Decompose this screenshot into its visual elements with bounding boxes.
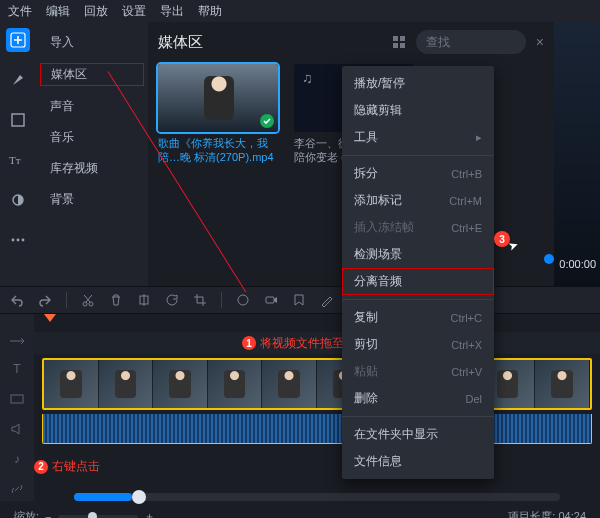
menu-file[interactable]: 文件 <box>8 3 32 20</box>
svg-rect-1 <box>12 114 24 126</box>
crop-icon[interactable] <box>193 293 207 307</box>
ctx-播放/暂停[interactable]: 播放/暂停 <box>342 70 494 97</box>
sidepanel-music[interactable]: 音乐 <box>40 127 144 148</box>
duration-value: 04:24 <box>558 510 586 518</box>
video-track-icon[interactable] <box>10 392 24 406</box>
ctx-分离音频[interactable]: 分离音频 <box>342 268 494 295</box>
menu-edit[interactable]: 编辑 <box>46 3 70 20</box>
effects-icon[interactable] <box>6 68 30 92</box>
ctx-拆分[interactable]: 拆分Ctrl+B <box>342 160 494 187</box>
ctx-插入冻结帧: 插入冻结帧Ctrl+E <box>342 214 494 241</box>
timeline-toolbar <box>0 286 600 314</box>
tool-column: Tт <box>0 22 36 286</box>
media-title: 媒体区 <box>158 33 203 52</box>
svg-point-4 <box>12 239 15 242</box>
context-menu[interactable]: 播放/暂停隐藏剪辑工具▸拆分Ctrl+B添加标记Ctrl+M插入冻结帧Ctrl+… <box>342 66 494 479</box>
sidepanel-stock[interactable]: 库存视频 <box>40 158 144 179</box>
timeline[interactable]: 1将视频文件拖至视频轨道 2右键点击 <box>34 314 600 501</box>
add-track-icon[interactable] <box>9 336 25 346</box>
svg-point-13 <box>89 302 93 306</box>
zoom-in-icon[interactable]: ＋ <box>144 509 155 518</box>
svg-rect-10 <box>400 43 405 48</box>
ctx-粘贴: 粘贴Ctrl+V <box>342 358 494 385</box>
svg-rect-8 <box>400 36 405 41</box>
audio-clip[interactable] <box>42 414 592 444</box>
sidepanel-media[interactable]: 媒体区 <box>40 63 144 86</box>
sidepanel-import[interactable]: 导入 <box>40 32 144 53</box>
footer-bar: 缩放: − ＋ 项目长度: 04:24 <box>0 501 600 518</box>
rotate-icon[interactable] <box>165 293 179 307</box>
undo-icon[interactable] <box>10 293 24 307</box>
color-icon[interactable] <box>236 293 250 307</box>
checkmark-icon <box>260 114 274 128</box>
zoom-out-icon[interactable]: − <box>45 511 51 519</box>
ctx-检测场景[interactable]: 检测场景 <box>342 241 494 268</box>
svg-point-12 <box>83 302 87 306</box>
delete-icon[interactable] <box>109 293 123 307</box>
preview-progress-handle[interactable] <box>544 254 554 264</box>
track-header-column: T ♪ <box>0 314 34 501</box>
ctx-复制[interactable]: 复制Ctrl+C <box>342 304 494 331</box>
svg-rect-9 <box>393 43 398 48</box>
more-icon[interactable] <box>6 228 30 252</box>
record-icon[interactable] <box>264 293 278 307</box>
menu-settings[interactable]: 设置 <box>122 3 146 20</box>
text-icon[interactable]: Tт <box>6 148 30 172</box>
media-item-0-caption: 歌曲《你养我长大，我陪…晚 标清(270P).mp4 <box>158 136 278 164</box>
add-media-icon[interactable] <box>6 28 30 52</box>
annotation-step2: 2右键点击 <box>34 458 600 475</box>
wizard-icon[interactable] <box>320 293 334 307</box>
ctx-在文件夹中显示[interactable]: 在文件夹中显示 <box>342 421 494 448</box>
search-placeholder: 查找 <box>426 34 450 51</box>
svg-rect-17 <box>11 395 23 403</box>
ctx-剪切[interactable]: 剪切Ctrl+X <box>342 331 494 358</box>
split-icon[interactable] <box>137 293 151 307</box>
zoom-slider[interactable] <box>58 515 138 519</box>
svg-point-15 <box>238 295 248 305</box>
ctx-隐藏剪辑[interactable]: 隐藏剪辑 <box>342 97 494 124</box>
close-search-icon[interactable]: × <box>536 34 544 50</box>
svg-rect-7 <box>393 36 398 41</box>
audio-track[interactable] <box>42 414 592 444</box>
redo-icon[interactable] <box>38 293 52 307</box>
search-input[interactable]: 查找 <box>416 30 526 54</box>
ctx-文件信息[interactable]: 文件信息 <box>342 448 494 475</box>
video-track[interactable] <box>42 358 592 410</box>
transitions-icon[interactable] <box>6 188 30 212</box>
svg-point-5 <box>17 239 20 242</box>
zoom-slider-handle[interactable] <box>88 512 97 519</box>
timeline-ruler[interactable] <box>34 314 600 332</box>
grid-view-icon[interactable] <box>392 35 406 49</box>
preview-panel <box>554 22 600 286</box>
ctx-删除[interactable]: 删除Del <box>342 385 494 412</box>
menu-playback[interactable]: 回放 <box>84 3 108 20</box>
playhead-icon[interactable] <box>44 314 56 322</box>
svg-text:Tт: Tт <box>9 154 21 166</box>
link-track-icon[interactable] <box>10 482 24 496</box>
zoom-label: 缩放: <box>14 509 39 518</box>
music-note-icon: ♫ <box>302 70 313 86</box>
menu-bar: 文件 编辑 回放 设置 导出 帮助 <box>0 0 600 22</box>
svg-point-6 <box>22 239 25 242</box>
ctx-添加标记[interactable]: 添加标记Ctrl+M <box>342 187 494 214</box>
menu-help[interactable]: 帮助 <box>198 3 222 20</box>
timeline-scrollbar[interactable] <box>74 493 560 501</box>
video-clip[interactable] <box>42 358 592 410</box>
marker-icon[interactable] <box>292 293 306 307</box>
text-track-icon[interactable]: T <box>13 362 20 376</box>
mute-track-icon[interactable] <box>10 422 24 436</box>
media-item-0[interactable]: 歌曲《你养我长大，我陪…晚 标清(270P).mp4 <box>158 64 278 164</box>
timeline-area: T ♪ 1将视频文件拖至视频轨道 2右键点击 <box>0 314 600 501</box>
cut-icon[interactable] <box>81 293 95 307</box>
side-panel: 导入 媒体区 声音 音乐 库存视频 背景 <box>36 22 148 286</box>
duration-label: 项目长度: <box>508 510 555 518</box>
audio-track-icon[interactable]: ♪ <box>14 452 20 466</box>
ctx-工具[interactable]: 工具▸ <box>342 124 494 151</box>
sidepanel-background[interactable]: 背景 <box>40 189 144 210</box>
filters-icon[interactable] <box>6 108 30 132</box>
menu-export[interactable]: 导出 <box>160 3 184 20</box>
svg-rect-16 <box>266 297 274 303</box>
preview-timecode: 0:00:00 <box>559 258 596 270</box>
